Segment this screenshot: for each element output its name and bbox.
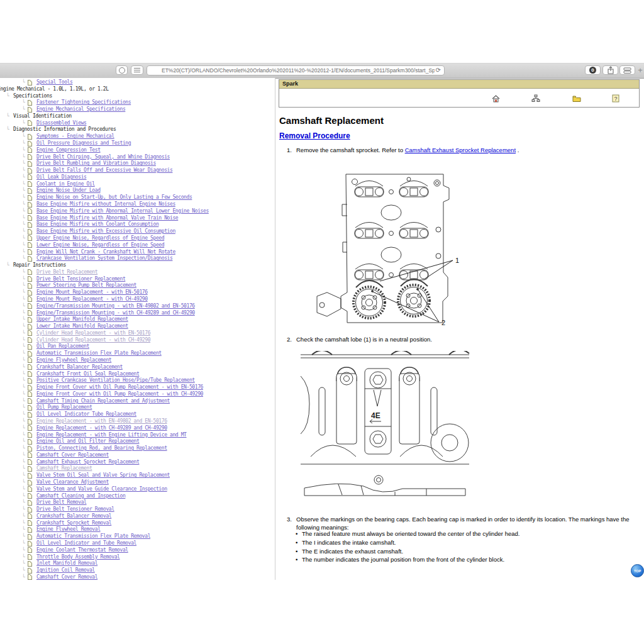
back-to-top-button[interactable]: TOP	[631, 564, 644, 577]
tree-link[interactable]: Valve Stem Oil Seal and Valve Spring Rep…	[36, 472, 170, 478]
tree-link[interactable]: Oil Level Indicator and Tube Removal	[36, 540, 136, 546]
tree-branch-icon: └	[22, 526, 25, 532]
tree-branch-icon: └	[6, 113, 9, 119]
tree-link[interactable]: Engine Replacement - with EN-49802 and E…	[36, 418, 167, 424]
reader-mode-button[interactable]	[116, 65, 128, 75]
tree-link[interactable]: Camshaft Timing Chain Replacement and Ad…	[36, 398, 170, 404]
tree-link[interactable]: Crankshaft Balancer Replacement	[36, 364, 123, 370]
tree-branch-icon: └	[22, 187, 25, 193]
tree-link[interactable]: Valve Stem and Valve Guide Clearance Ins…	[36, 486, 167, 492]
document-icon	[28, 480, 32, 486]
tree-branch-icon: └	[6, 93, 9, 99]
tree-link[interactable]: Automatic Transmission Flex Plate Replac…	[36, 350, 162, 356]
sidebar-toggle-button[interactable]	[131, 65, 143, 75]
tree-link[interactable]: Cylinder Head Replacement - with EN-5017…	[36, 330, 150, 336]
tree-link[interactable]: Positive Crankcase Ventilation Hose/Pipe…	[36, 377, 195, 383]
address-bar[interactable]: ET%20(CT)/ORLANDO/Chevrolet%20Orlando%20…	[147, 65, 445, 75]
tree-link[interactable]: Disassembled Views	[36, 120, 87, 126]
tree-link[interactable]: Valve Clearance Adjustment	[36, 479, 109, 485]
tree-link[interactable]: Base Engine Misfire with Abnormal Valve …	[36, 215, 178, 221]
document-icon	[28, 310, 32, 316]
tree-link[interactable]: Crankshaft Balancer Removal	[36, 513, 111, 519]
tree-link[interactable]: Throttle Body Assembly Removal	[36, 554, 120, 560]
tree-link[interactable]: Engine Noise on Start-Up, but Only Lasti…	[36, 194, 192, 200]
tree-link[interactable]: Base Engine Misfire with Coolant Consump…	[36, 221, 158, 227]
tree-link[interactable]: Camshaft Replacement	[36, 465, 92, 471]
tab-overview-button[interactable]	[619, 65, 635, 75]
tree-link[interactable]: Power Steering Pump Belt Replacement	[36, 282, 136, 288]
tree-link[interactable]: Ignition Coil Removal	[36, 567, 95, 573]
tree-link[interactable]: Engine Front Cover with Oil Pump Replace…	[36, 391, 203, 397]
tree-link[interactable]: Drive Belt Falls Off and Excessive Wear …	[36, 167, 172, 173]
tree-link[interactable]: Coolant in Engine Oil	[36, 181, 95, 187]
tree-link[interactable]: Crankshaft Front Oil Seal Replacement	[36, 371, 139, 377]
tabs-grid-icon	[623, 67, 631, 74]
tree-link[interactable]: Upper Intake Manifold Replacement	[36, 316, 128, 322]
tree-link[interactable]: Special Tools	[36, 79, 72, 85]
tree-link[interactable]: Oil Level Indicator Tube Replacement	[36, 411, 136, 417]
tree-branch-icon: └	[22, 459, 25, 465]
tree-link[interactable]: Engine Front Cover with Oil Pump Replace…	[36, 384, 203, 390]
tree-link[interactable]: Symptoms - Engine Mechanical	[36, 133, 114, 139]
tree-link[interactable]: Engine Flywheel Replacement	[36, 357, 111, 363]
tree-link[interactable]: Drive Belt Tensioner Removal	[36, 506, 114, 512]
document-icon	[28, 541, 32, 547]
home-icon[interactable]	[492, 94, 501, 103]
document-icon	[28, 419, 32, 425]
tree-link[interactable]: Engine/Transmission Mounting - with EN-4…	[36, 303, 195, 309]
tree-branch-icon: └	[22, 167, 25, 173]
tree-link[interactable]: Automatic Transmission Flex Plate Remova…	[36, 533, 150, 539]
tree-link[interactable]: Upper Engine Noise, Regardless of Engine…	[36, 235, 164, 241]
tree-link[interactable]: Drive Belt Rumbling and Vibration Diagno…	[36, 160, 156, 166]
tree-link[interactable]: Fastener Tightening Specifications	[36, 99, 131, 105]
tree-link[interactable]: Lower Intake Manifold Replacement	[36, 323, 128, 329]
tree-link[interactable]: Oil Pan Replacement	[36, 343, 89, 349]
new-tab-button[interactable]: +	[636, 65, 644, 75]
tree-link[interactable]: Camshaft Cleaning and Inspection	[36, 493, 125, 499]
tree-link[interactable]: Drive Belt Removal	[36, 499, 87, 505]
tree-link[interactable]: Inlet Manifold Removal	[36, 560, 97, 566]
tree-link[interactable]: Oil Pressure Diagnosis and Testing	[36, 140, 131, 146]
help-icon[interactable]: ?	[612, 94, 621, 103]
folder-icon[interactable]	[572, 94, 581, 103]
document-icon	[28, 181, 32, 187]
tree-link[interactable]: Engine Replacement - with CH-49289 and C…	[36, 425, 167, 431]
tree-link[interactable]: Engine Oil and Oil Filter Replacement	[36, 438, 139, 444]
tree-link[interactable]: Base Engine Misfire with Excessive Oil C…	[36, 228, 175, 234]
tree-link[interactable]: Engine Compression Test	[36, 147, 101, 153]
tree-link[interactable]: Camshaft Cover Replacement	[36, 452, 109, 458]
tree-link[interactable]: Crankcase Ventilation System Inspection/…	[36, 255, 172, 261]
sitemap-icon[interactable]	[531, 94, 540, 103]
tree-link[interactable]: Camshaft Exhaust Sprocket Replacement	[36, 459, 139, 465]
tree-link[interactable]: Engine Coolant Thermostat Removal	[36, 547, 128, 553]
tree-link[interactable]: Base Engine Misfire without Internal Eng…	[36, 201, 175, 207]
tree-link[interactable]: Lower Engine Noise, Regardless of Engine…	[36, 242, 164, 248]
tree-link[interactable]: Oil Pump Replacement	[36, 404, 92, 410]
tree-link[interactable]: Engine Flywheel Removal	[36, 526, 101, 532]
tree-link[interactable]: Base Engine Misfire with Abnormal Intern…	[36, 208, 209, 214]
tree-link[interactable]: Drive Belt Replacement	[36, 269, 97, 275]
tree-link[interactable]: Drive Belt Chirping, Squeal, and Whine D…	[36, 154, 170, 160]
sprocket-replacement-link[interactable]: Camshaft Exhaust Sprocket Replacement	[405, 147, 516, 153]
tree-link[interactable]: Engine Mechanical Specifications	[36, 106, 125, 112]
share-button[interactable]	[602, 65, 618, 75]
reload-icon[interactable]: ⟳	[435, 67, 444, 74]
tree-link[interactable]: Cylinder Head Replacement - with CH-4929…	[36, 337, 150, 343]
removal-procedure-link[interactable]: Removal Procedure	[279, 131, 350, 140]
tree-link[interactable]: Drive Belt Tensioner Replacement	[36, 276, 125, 282]
tree-link[interactable]: Piston, Connecting Rod, and Bearing Repl…	[36, 445, 167, 451]
tree-link[interactable]: Engine Mount Replacement - with EN-50176	[36, 289, 148, 295]
tree-branch-icon: └	[22, 310, 25, 316]
tree-link[interactable]: Engine Replacement - with Engine Lifting…	[36, 432, 187, 438]
tree-link[interactable]: Camshaft Cover Removal	[36, 574, 97, 580]
tree-link[interactable]: Crankshaft Sprocket Removal	[36, 520, 111, 526]
tree-section-label: Engine Mechanical - 1.0L, 1.19L, or 1.2L	[0, 86, 109, 92]
tree-branch-icon: └	[22, 560, 25, 566]
tree-link[interactable]: Engine Noise Under Load	[36, 187, 101, 193]
tree-link[interactable]: Engine Mount Replacement - with CH-49290	[36, 296, 148, 302]
tree-link[interactable]: Oil Leak Diagnosis	[36, 174, 87, 180]
tree-link[interactable]: Engine Will Not Crank - Crankshaft Will …	[36, 249, 175, 255]
document-icon	[28, 283, 32, 289]
tree-link[interactable]: Engine/Transmission Mounting - with CH-4…	[36, 310, 195, 316]
downloads-button[interactable]: 0	[585, 65, 601, 75]
